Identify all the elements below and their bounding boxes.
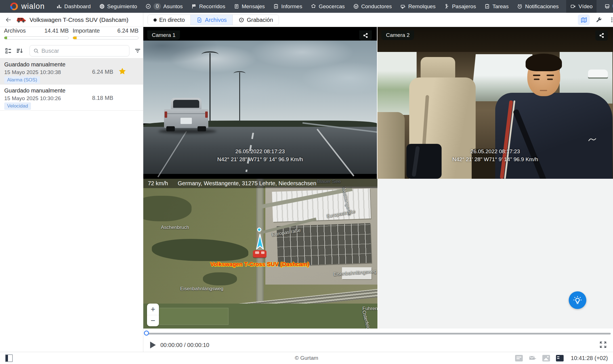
nav-item-unidades[interactable]: Unidades bbox=[604, 0, 613, 13]
importante-value: 6.24 MB bbox=[117, 28, 138, 34]
cam1-position: N42° 21' 28" W71° 9' 14" 96.9 Km/h bbox=[143, 156, 377, 163]
nav-item-video[interactable]: Vídeo bbox=[566, 0, 597, 13]
wialon-logo[interactable]: wialon bbox=[0, 2, 56, 11]
file-title: Guardado manualmente bbox=[4, 87, 66, 94]
video-icon bbox=[570, 3, 576, 9]
filter-icon[interactable] bbox=[133, 46, 142, 56]
zoom-out-button[interactable]: − bbox=[147, 315, 159, 327]
playback-slider-thumb[interactable] bbox=[144, 331, 149, 336]
archivos-progressbar bbox=[4, 36, 69, 39]
unit-direction-arrow bbox=[255, 233, 265, 251]
live-dot-icon bbox=[154, 18, 157, 22]
hint-fab-button[interactable] bbox=[569, 291, 586, 309]
nav-item-mensajes[interactable]: Mensajes bbox=[233, 0, 265, 13]
play-icon bbox=[149, 341, 156, 349]
search-icon bbox=[33, 48, 39, 54]
importante-label: Importante bbox=[73, 28, 100, 34]
vehicle-icon bbox=[16, 17, 26, 23]
lightbulb-icon bbox=[573, 295, 582, 305]
unit-title: Volkswagen T-Cross SUV (Dashcam) bbox=[30, 16, 129, 23]
fullscreen-button[interactable] bbox=[599, 340, 607, 349]
archivos-stat: Archivos 14.41 MB bbox=[4, 28, 69, 39]
file-item-2[interactable]: Guardado manualmente 15 Mayo 2025 10:30:… bbox=[0, 85, 143, 111]
nav-item-notificaciones[interactable]: Notificaciones bbox=[516, 0, 559, 13]
tab-grabacion[interactable]: Grabación bbox=[232, 15, 279, 25]
trailer-icon bbox=[400, 3, 406, 9]
importante-stat: Importante 6.24 MB bbox=[73, 28, 138, 39]
unit-marker bbox=[253, 250, 266, 258]
camera-2-pane[interactable]: Camera 2 26.05.2022 08:17:23 N42° 21' 28… bbox=[377, 27, 613, 179]
wialon-logo-text: wialon bbox=[21, 2, 45, 11]
video-grid: Camera 1 26.05.2022 08:17:23 N42° 21' 28… bbox=[143, 27, 613, 179]
recording-icon bbox=[238, 17, 244, 23]
report-icon bbox=[273, 3, 279, 9]
nav-item-asuntos[interactable]: 0 Asuntos bbox=[145, 0, 183, 13]
files-toolbar bbox=[0, 43, 143, 58]
image-icon[interactable] bbox=[542, 355, 550, 361]
archivos-label: Archivos bbox=[4, 28, 26, 34]
map-speed: 72 km/h bbox=[148, 180, 168, 187]
file-list: Guardado manualmente 15 Mayo 2025 10:30:… bbox=[0, 58, 143, 111]
file-arrow-icon bbox=[196, 17, 202, 23]
messages-icon bbox=[234, 3, 240, 9]
kebab-icon bbox=[609, 17, 613, 23]
nav-item-conductores[interactable]: Conductores bbox=[352, 0, 392, 13]
multi-select-icon[interactable] bbox=[3, 46, 13, 56]
camera-1-label: Camera 1 bbox=[147, 30, 180, 40]
bus-icon bbox=[604, 3, 610, 9]
arrow-left-icon bbox=[5, 16, 12, 23]
mail-export-icon[interactable] bbox=[529, 355, 536, 361]
file-size: 8.18 MB bbox=[92, 95, 113, 101]
nav-item-recorridos[interactable]: Recorridos bbox=[190, 0, 226, 13]
cam1-share-button[interactable] bbox=[359, 30, 372, 41]
map[interactable]: Blauer See Westtangente Aschenbruch Euro… bbox=[143, 179, 377, 329]
app-root: wialon Dashboard Seguimiento 0 Asuntos R… bbox=[0, 0, 613, 364]
file-item-1[interactable]: Guardado manualmente 15 Mayo 2025 10:30:… bbox=[0, 58, 143, 85]
cam2-timestamp: 26.05.2022 08:17:23 bbox=[377, 148, 613, 155]
sort-icon[interactable] bbox=[15, 46, 24, 56]
nav-item-informes[interactable]: Informes bbox=[272, 0, 303, 13]
more-options-button[interactable] bbox=[606, 14, 613, 25]
flag-icon bbox=[191, 3, 197, 9]
clock-time: 10:41:28 (+02) bbox=[571, 355, 608, 361]
camera-1-pane[interactable]: Camera 1 26.05.2022 08:17:23 N42° 21' 28… bbox=[143, 27, 377, 179]
layout-panel-icon[interactable] bbox=[556, 355, 564, 361]
search-box bbox=[30, 45, 129, 56]
cam2-share-button[interactable] bbox=[595, 30, 608, 41]
map-toggle-button[interactable] bbox=[578, 14, 590, 25]
nav-item-remolques[interactable]: Remolques bbox=[400, 0, 436, 13]
statusbar-right: 10:41:28 (+02) bbox=[515, 355, 613, 361]
back-button[interactable] bbox=[4, 16, 12, 24]
main-content: En directo Archivos Grabación bbox=[143, 13, 613, 352]
video-tabbar: En directo Archivos Grabación bbox=[143, 13, 613, 27]
tab-en-directo[interactable]: En directo bbox=[148, 15, 190, 25]
driver-icon bbox=[353, 3, 359, 9]
search-input[interactable] bbox=[41, 48, 126, 54]
map-zoom-control: + − bbox=[147, 304, 159, 326]
play-button[interactable] bbox=[149, 341, 156, 349]
tab-archivos[interactable]: Archivos bbox=[190, 15, 232, 25]
nav-item-dashboard[interactable]: Dashboard bbox=[56, 0, 91, 13]
jacket-logo bbox=[588, 137, 597, 142]
nav-item-tareas[interactable]: Tareas bbox=[484, 0, 509, 13]
nav-item-seguimiento[interactable]: Seguimiento bbox=[98, 0, 138, 13]
star-icon[interactable] bbox=[118, 67, 127, 75]
nav-item-pasajeros[interactable]: Pasajeros bbox=[443, 0, 477, 13]
playback-slider[interactable] bbox=[146, 333, 611, 334]
camera-2-label: Camera 2 bbox=[381, 30, 414, 40]
share-icon bbox=[599, 33, 604, 38]
file-size: 6.24 MB bbox=[92, 69, 113, 75]
settings-wrench-button[interactable] bbox=[593, 14, 605, 25]
file-date: 15 Mayo 2025 10:30:26 bbox=[4, 95, 61, 102]
cam1-timestamp: 26.05.2022 08:17:23 bbox=[143, 148, 377, 155]
fullscreen-icon bbox=[599, 340, 607, 349]
video-mode-tabs: En directo Archivos Grabación bbox=[148, 14, 279, 25]
cam1-pickup-truck bbox=[156, 94, 220, 134]
log-icon[interactable] bbox=[515, 355, 523, 361]
storage-stats: Archivos 14.41 MB Importante 6.24 MB bbox=[0, 28, 143, 42]
file-date: 15 Mayo 2025 10:30:38 bbox=[4, 69, 61, 75]
zoom-in-button[interactable]: + bbox=[147, 304, 159, 315]
map-label: Eisenbahnlängsweg bbox=[180, 286, 223, 292]
nav-item-geocercas[interactable]: Geocercas bbox=[310, 0, 345, 13]
wrench-icon bbox=[595, 16, 602, 23]
